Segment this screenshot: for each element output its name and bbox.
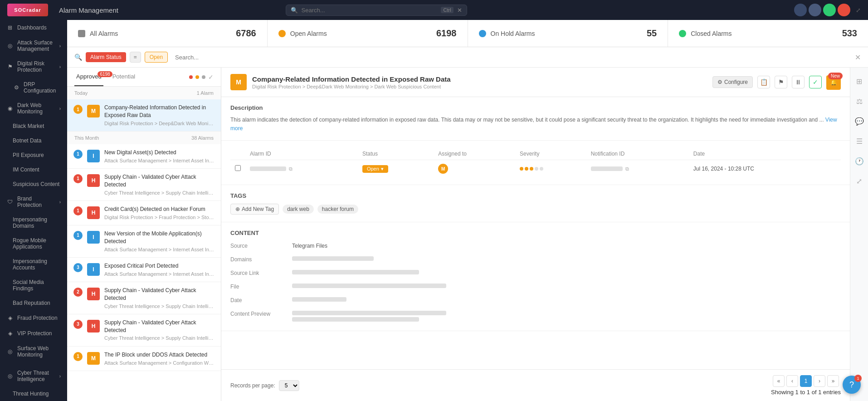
sidebar-item-drp[interactable]: ⚑ Digital Risk Protection › (0, 56, 67, 77)
sidebar-item-impersonating-accounts[interactable]: Impersonating Accounts (0, 254, 67, 275)
alarm-item-content-5: Exposed Critical Port Detected Attack Su… (104, 262, 215, 277)
sidebar-item-drp-config[interactable]: ⚙ DRP Configuration (0, 77, 67, 98)
today-count: 1 Alarm (197, 90, 214, 96)
alarm-item-2[interactable]: 1 H Supply Chain - Validated Cyber Attac… (67, 169, 221, 201)
check-all-button[interactable]: ✓ (208, 73, 214, 81)
content-value-preview (292, 309, 841, 323)
onhold-alarms-label: On Hold Alarms (491, 30, 535, 37)
status-badge[interactable]: Open ▾ (362, 165, 388, 173)
alarm-list-scroll: Today 1 Alarm 1 M Company-Related Inform… (67, 87, 221, 401)
copy-id-icon[interactable]: ⧉ (289, 166, 293, 172)
sidebar-label-drp: Digital Risk Protection (17, 60, 56, 73)
right-share-icon[interactable]: ⤢ (853, 175, 866, 187)
alarm-item-content-6: Supply Chain - Validated Cyber Attack De… (104, 287, 215, 309)
check-action-button[interactable]: ✓ (809, 76, 822, 88)
alarm-item-3[interactable]: 1 H Credit Card(s) Detected on Hacker Fo… (67, 201, 221, 225)
right-chat-icon[interactable]: 💬 (853, 115, 866, 127)
sidebar-item-impersonating[interactable]: Impersonating Domains (0, 212, 67, 233)
alarm-item-title-3: Credit Card(s) Detected on Hacker Forum (104, 205, 215, 213)
alarm-num-4: 1 (73, 231, 83, 240)
right-icons-panel: ⊞ ⚖ 💬 ☰ 🕐 ⤢ (850, 68, 868, 401)
sidebar-item-suspicious[interactable]: Suspicious Content (0, 177, 67, 191)
alarm-item-1[interactable]: 1 I New Digital Asset(s) Detected Attack… (67, 144, 221, 169)
content-label-domains: Domains (230, 254, 285, 264)
close-icon[interactable]: ✕ (457, 7, 462, 14)
alarm-letter-6: H (87, 288, 100, 300)
sidebar-label-brand: Brand Protection (17, 196, 56, 208)
alarm-item-5[interactable]: 3 I Exposed Critical Port Detected Attac… (67, 258, 221, 282)
copy-notif-icon[interactable]: ⧉ (625, 166, 629, 172)
sidebar-item-social[interactable]: Social Media Findings (0, 275, 67, 296)
filter-open-value[interactable]: Open (145, 52, 168, 63)
stat-closed-alarms[interactable]: Closed Alarms 533 (668, 20, 868, 47)
right-grid-icon[interactable]: ⊞ (853, 75, 866, 88)
pg-next-button[interactable]: › (814, 375, 825, 387)
tab-approved[interactable]: Approved 6198 (74, 68, 103, 86)
search-input[interactable] (302, 7, 438, 14)
pg-first-button[interactable]: « (773, 375, 785, 387)
alarm-item-6[interactable]: 2 H Supply Chain - Validated Cyber Attac… (67, 282, 221, 314)
this-month-count: 38 Alarms (191, 135, 214, 141)
stat-open-alarms[interactable]: Open Alarms 6198 (268, 20, 468, 47)
closed-alarms-label: Closed Alarms (691, 30, 731, 37)
sev-dot-2 (525, 167, 528, 171)
alarm-list-panel: Approved 6198 Potential ✓ Tod (67, 68, 221, 401)
sidebar-item-dashboards[interactable]: ⊞ Dashboards (0, 20, 67, 35)
filter-clear-button[interactable]: ✕ (855, 53, 861, 62)
stat-all-alarms[interactable]: All Alarms 6786 (67, 20, 268, 47)
pg-last-button[interactable]: » (827, 375, 839, 387)
copy-action-button[interactable]: 📋 (757, 76, 770, 88)
pause-action-button[interactable]: ⏸ (792, 76, 805, 88)
right-scale-icon[interactable]: ⚖ (853, 95, 866, 108)
sidebar-item-vip[interactable]: ◈ VIP Protection (0, 326, 67, 341)
support-chat-button[interactable]: ? 1 (843, 376, 861, 394)
sidebar-item-dark-web[interactable]: ◉ Dark Web Monitoring › (0, 98, 67, 119)
alarm-item-title-1: New Digital Asset(s) Detected (104, 149, 215, 156)
alarm-tab-actions: ✓ (189, 73, 214, 81)
sidebar-item-botnet[interactable]: Botnet Data (0, 133, 67, 148)
alarm-item-content-4: New Version of the Mobile Application(s)… (104, 230, 215, 253)
flag-action-button[interactable]: ⚑ (775, 76, 787, 88)
configure-button[interactable]: ⚙ Configure (712, 76, 753, 88)
per-page-select[interactable]: 5 (279, 380, 299, 391)
filter-search-input[interactable] (171, 52, 851, 63)
alarm-item-0[interactable]: 1 M Company-Related Information Detected… (67, 99, 221, 132)
sidebar-item-threat-hunting[interactable]: Threat Hunting (0, 386, 67, 401)
dot-orange-indicator (195, 75, 199, 79)
onhold-alarms-count: 55 (647, 28, 657, 39)
right-list-icon[interactable]: ☰ (853, 135, 866, 147)
tag-hacker-forum[interactable]: hacker forum (317, 205, 358, 214)
page-title: Alarm Management (59, 6, 118, 14)
alarm-item-4[interactable]: 1 I New Version of the Mobile Applicatio… (67, 225, 221, 258)
notif-id-cell: ⧉ (591, 166, 684, 172)
sidebar-item-rogue[interactable]: Rogue Mobile Applications (0, 233, 67, 254)
sidebar-item-cti[interactable]: ◎ Cyber Threat Intelligence › (0, 366, 67, 386)
sidebar-item-fraud[interactable]: ◈ Fraud Protection (0, 310, 67, 326)
tag-dark-web[interactable]: dark web (283, 205, 314, 214)
all-alarms-label: All Alarms (90, 30, 118, 37)
pg-page-1-button[interactable]: 1 (800, 375, 812, 387)
domains-placeholder (292, 256, 374, 261)
row-checkbox[interactable] (235, 165, 241, 171)
sidebar-item-brand[interactable]: 🛡 Brand Protection › (0, 191, 67, 212)
drp-icon: ⚑ (6, 63, 14, 70)
stat-onhold-alarms[interactable]: On Hold Alarms 55 (468, 20, 668, 47)
right-clock-icon[interactable]: 🕐 (853, 155, 866, 167)
sidebar-item-attack-surface[interactable]: ◎ Attack Surface Management › (0, 35, 67, 56)
sidebar-item-pii[interactable]: PII Exposure (0, 148, 67, 162)
alarm-item-7[interactable]: 3 H Supply Chain - Validated Cyber Attac… (67, 314, 221, 347)
support-chat-badge: 1 (854, 375, 862, 382)
add-tag-button[interactable]: ⊕ Add New Tag (230, 204, 279, 215)
expand-icon[interactable]: ⤢ (856, 7, 861, 14)
alarm-letter-8: M (87, 352, 100, 365)
sidebar-item-surface-web[interactable]: ◎ Surface Web Monitoring (0, 341, 67, 362)
sidebar-item-im[interactable]: IM Content (0, 162, 67, 177)
filter-alarm-status-tag[interactable]: Alarm Status (86, 52, 126, 62)
sidebar-item-black-market[interactable]: Black Market (0, 119, 67, 133)
tab-potential[interactable]: Potential (111, 68, 137, 86)
alarm-item-8[interactable]: 1 M The IP Block under DDOS Attack Detec… (67, 347, 221, 371)
pg-prev-button[interactable]: ‹ (786, 375, 798, 387)
sidebar-label-drp-config: DRP Configuration (24, 81, 61, 94)
sidebar-item-bad-rep[interactable]: Bad Reputation (0, 296, 67, 310)
filter-search-icon[interactable]: 🔍 (74, 54, 82, 61)
